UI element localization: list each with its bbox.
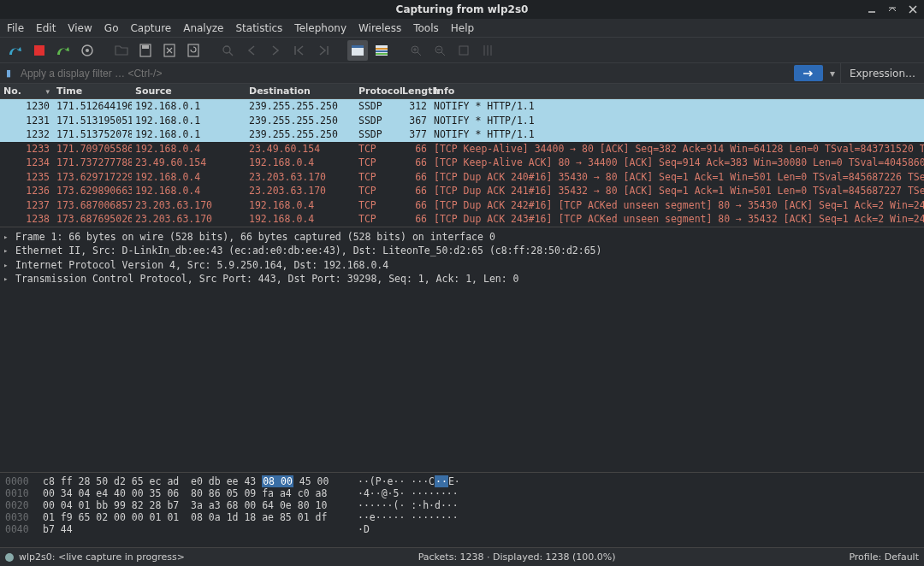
go-back-icon[interactable] xyxy=(241,40,262,61)
svg-rect-0 xyxy=(34,45,44,56)
menu-wireless[interactable]: Wireless xyxy=(358,22,401,34)
packet-row[interactable]: 1234171.73727778823.49.60.154192.168.0.4… xyxy=(0,156,924,170)
resize-columns-icon[interactable] xyxy=(477,40,498,61)
go-forward-icon[interactable] xyxy=(265,40,286,61)
menu-telephony[interactable]: Telephony xyxy=(294,22,346,34)
expand-icon[interactable]: ▸ xyxy=(3,233,10,241)
reload-file-icon[interactable] xyxy=(183,40,204,61)
window-title: Capturing from wlp2s0 xyxy=(396,3,529,15)
display-filter-input[interactable] xyxy=(17,63,792,83)
restart-capture-icon[interactable] xyxy=(53,40,74,61)
menu-view[interactable]: View xyxy=(68,22,92,34)
hex-line[interactable]: 002000 04 01 bb 99 82 28 b7 3a a3 68 00 … xyxy=(5,499,919,511)
packet-row[interactable]: 1232171.513752078192.168.0.1239.255.255.… xyxy=(0,127,924,142)
detail-tcp: ▸Transmission Control Protocol, Src Port… xyxy=(3,272,921,286)
menu-capture[interactable]: Capture xyxy=(130,22,171,34)
menu-analyze[interactable]: Analyze xyxy=(183,22,223,34)
expand-icon[interactable]: ▸ xyxy=(3,246,10,255)
detail-frame: ▸Frame 1: 66 bytes on wire (528 bits), 6… xyxy=(3,230,921,245)
column-length[interactable]: Length xyxy=(399,84,430,98)
menu-statistics[interactable]: Statistics xyxy=(235,22,282,34)
svg-point-2 xyxy=(86,49,89,52)
column-destination[interactable]: Destination xyxy=(246,84,355,98)
packet-row[interactable]: 1230171.512644196192.168.0.1239.255.255.… xyxy=(0,99,924,114)
hex-line[interactable]: 001000 34 04 e4 40 00 35 06 80 86 05 09 … xyxy=(5,487,919,499)
display-filter-bar: ▮ ▾ Expression… xyxy=(0,63,924,84)
status-packet-count: Packets: 1238 · Displayed: 1238 (100.0%) xyxy=(193,551,840,563)
svg-point-7 xyxy=(223,46,230,53)
zoom-reset-icon[interactable] xyxy=(453,40,474,61)
menubar: File Edit View Go Capture Analyze Statis… xyxy=(0,19,924,38)
bookmark-icon[interactable]: ▮ xyxy=(0,63,17,83)
packet-row[interactable]: 1235173.629717229192.168.0.423.203.63.17… xyxy=(0,170,924,185)
expand-icon[interactable]: ▸ xyxy=(3,274,10,283)
column-no[interactable]: No. xyxy=(0,84,53,98)
status-profile[interactable]: Profile: Default xyxy=(849,551,919,563)
filter-dropdown-icon[interactable]: ▾ xyxy=(825,63,840,83)
svg-rect-13 xyxy=(376,53,388,55)
maximize-icon[interactable] xyxy=(886,3,898,15)
status-capture-label: wlp2s0: <live capture in progress> xyxy=(19,551,185,563)
statusbar: wlp2s0: <live capture in progress> Packe… xyxy=(0,547,924,566)
close-icon[interactable] xyxy=(907,3,919,15)
menu-help[interactable]: Help xyxy=(451,22,474,34)
column-protocol[interactable]: Protocol xyxy=(355,84,399,98)
find-icon[interactable] xyxy=(217,40,238,61)
detail-ethernet: ▸Ethernet II, Src: D-LinkIn_db:ee:43 (ec… xyxy=(3,244,921,258)
svg-rect-16 xyxy=(459,46,468,55)
menu-tools[interactable]: Tools xyxy=(413,22,439,34)
colorize-icon[interactable] xyxy=(371,40,392,61)
svg-rect-11 xyxy=(376,48,388,50)
hex-line[interactable]: 0000c8 ff 28 50 d2 65 ec ad e0 db ee 43 … xyxy=(5,475,919,487)
packet-details-pane[interactable]: ▸Frame 1: 66 bytes on wire (528 bits), 6… xyxy=(0,227,924,473)
svg-rect-12 xyxy=(376,50,388,52)
zoom-in-icon[interactable] xyxy=(406,40,426,61)
column-source[interactable]: Source xyxy=(132,84,246,98)
menu-go[interactable]: Go xyxy=(104,22,119,34)
svg-rect-4 xyxy=(142,45,149,49)
packet-list-pane: No. Time Source Destination Protocol Len… xyxy=(0,84,924,227)
close-file-icon[interactable] xyxy=(159,40,180,61)
svg-rect-6 xyxy=(188,44,198,56)
packet-row[interactable]: 1237173.68700685723.203.63.170192.168.0.… xyxy=(0,198,924,213)
stop-capture-icon[interactable] xyxy=(29,40,50,61)
auto-scroll-icon[interactable] xyxy=(347,40,368,61)
packet-bytes-pane[interactable]: 0000c8 ff 28 50 d2 65 ec ad e0 db ee 43 … xyxy=(0,472,924,547)
menu-file[interactable]: File xyxy=(7,22,24,34)
packet-rows[interactable]: 1230171.512644196192.168.0.1239.255.255.… xyxy=(0,99,924,227)
minimize-icon[interactable] xyxy=(866,3,878,15)
titlebar: Capturing from wlp2s0 xyxy=(0,0,924,19)
apply-filter-button[interactable] xyxy=(794,65,823,81)
hex-line[interactable]: 0040b7 44 ·D xyxy=(5,523,919,535)
packet-row[interactable]: 1238173.68769502623.203.63.170192.168.0.… xyxy=(0,212,924,227)
capture-options-icon[interactable] xyxy=(77,40,98,61)
expression-button[interactable]: Expression… xyxy=(840,63,924,83)
open-file-icon[interactable] xyxy=(111,40,132,61)
packet-row[interactable]: 1233171.709705586192.168.0.423.49.60.154… xyxy=(0,142,924,156)
hex-line[interactable]: 003001 f9 65 02 00 00 01 01 08 0a 1d 18 … xyxy=(5,511,919,523)
column-time[interactable]: Time xyxy=(53,84,132,98)
packet-list-header[interactable]: No. Time Source Destination Protocol Len… xyxy=(0,84,924,99)
toolbar xyxy=(0,38,924,63)
expand-icon[interactable]: ▸ xyxy=(3,261,10,269)
column-info[interactable]: Info xyxy=(430,84,924,98)
go-last-icon[interactable] xyxy=(313,40,334,61)
detail-ip: ▸Internet Protocol Version 4, Src: 5.9.2… xyxy=(3,258,921,273)
expert-info-icon[interactable] xyxy=(5,553,14,562)
menu-edit[interactable]: Edit xyxy=(36,22,56,34)
packet-row[interactable]: 1236173.629890663192.168.0.423.203.63.17… xyxy=(0,184,924,198)
packet-row[interactable]: 1231171.513195051192.168.0.1239.255.255.… xyxy=(0,114,924,128)
go-first-icon[interactable] xyxy=(289,40,310,61)
save-file-icon[interactable] xyxy=(135,40,156,61)
start-capture-icon[interactable] xyxy=(5,40,26,61)
svg-rect-9 xyxy=(352,45,364,48)
zoom-out-icon[interactable] xyxy=(429,40,450,61)
